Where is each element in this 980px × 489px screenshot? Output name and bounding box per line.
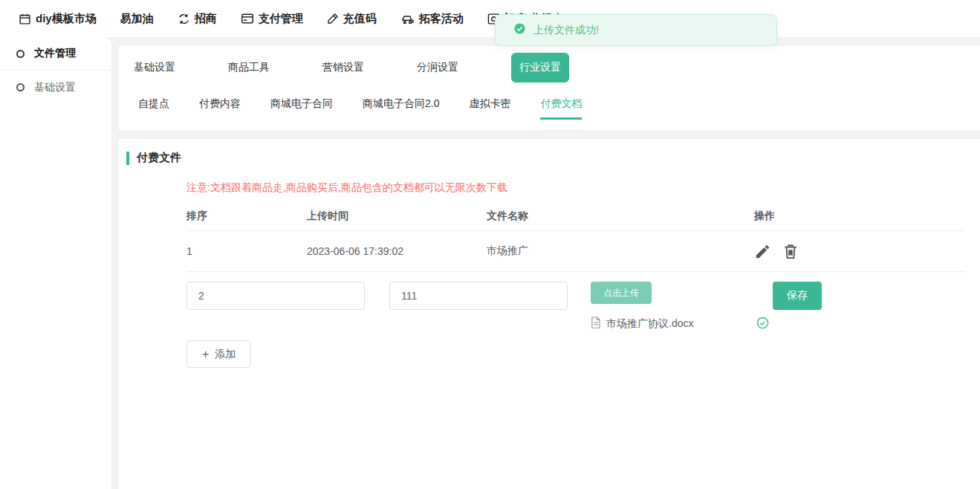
radio-circle-icon — [16, 83, 25, 91]
pen-icon — [327, 13, 339, 25]
sidebar: 文件管理 基础设置 — [0, 37, 111, 489]
uploaded-file-item[interactable]: 市场推广协议.docx — [591, 317, 693, 331]
cell-sort: 1 — [186, 245, 307, 257]
nav-label: 招商 — [195, 12, 217, 26]
subtab-pickup-point[interactable]: 自提点 — [138, 97, 169, 120]
car-icon — [400, 13, 415, 25]
tab-product-tools[interactable]: 商品工具 — [228, 61, 270, 74]
upload-button[interactable]: 点击上传 — [591, 282, 652, 304]
subtab-paid-content[interactable]: 付费内容 — [199, 97, 241, 120]
file-name-input[interactable] — [389, 282, 568, 310]
col-header-upload-time: 上传时间 — [307, 210, 487, 223]
settings-tab-panel: 基础设置 商品工具 营销设置 分润设置 行业设置 自提点 付费内容 商城电子合同… — [119, 46, 980, 130]
add-button-label: 添加 — [215, 348, 236, 361]
sub-tabs: 自提点 付费内容 商城电子合同 商城电子合同2.0 虚拟卡密 付费文档 — [119, 97, 980, 120]
tab-marketing-settings[interactable]: 营销设置 — [322, 61, 364, 74]
nav-item-diy-template-market[interactable]: diy模板市场 — [19, 12, 97, 26]
tab-industry-settings[interactable]: 行业设置 — [511, 53, 569, 82]
edit-icon[interactable] — [754, 243, 771, 260]
top-navigation: diy模板市场 易加油 招商 支付管理 充值码 拓客活动 门店-收银台 — [0, 0, 980, 37]
section-title: 付费文件 — [137, 151, 181, 165]
nav-label: 易加油 — [120, 12, 154, 26]
sidebar-item-basic-settings[interactable]: 基础设置 — [0, 71, 111, 104]
calendar-icon — [19, 13, 31, 25]
success-toast: 上传文件成功! — [495, 14, 777, 46]
toast-message: 上传文件成功! — [533, 24, 599, 37]
success-check-icon — [513, 22, 526, 38]
card-icon — [241, 13, 254, 25]
upload-success-check-icon — [756, 317, 769, 332]
nav-label: 拓客活动 — [419, 12, 464, 26]
col-header-actions: 操作 — [754, 210, 965, 223]
table-row: 1 2023-06-06 17:39:02 市场推广 — [186, 231, 965, 272]
nav-item-payment-management[interactable]: 支付管理 — [241, 12, 303, 26]
add-button[interactable]: + 添加 — [186, 340, 251, 368]
radio-circle-icon — [16, 50, 25, 58]
notice-text: 注意:文档跟着商品走,商品购买后,商品包含的文档都可以无限次数下载 — [186, 181, 507, 195]
nav-label: 充值码 — [343, 12, 377, 26]
nav-label: 支付管理 — [259, 12, 303, 26]
cell-upload-time: 2023-06-06 17:39:02 — [307, 245, 487, 257]
section-accent-bar — [126, 152, 129, 165]
subtab-paid-documents[interactable]: 付费文档 — [540, 97, 582, 120]
nav-label: diy模板市场 — [36, 12, 97, 26]
section-header: 付费文件 — [126, 151, 181, 165]
paid-files-panel: 付费文件 注意:文档跟着商品走,商品购买后,商品包含的文档都可以无限次数下载 排… — [119, 139, 980, 489]
col-header-file-name: 文件名称 — [487, 210, 754, 223]
nav-item-zhaoshang[interactable]: 招商 — [178, 12, 217, 26]
col-header-sort: 排序 — [186, 210, 307, 223]
save-button[interactable]: 保存 — [773, 282, 822, 310]
nav-item-yijiayou[interactable]: 易加油 — [120, 12, 154, 26]
delete-icon[interactable] — [782, 242, 799, 260]
subtab-virtual-card[interactable]: 虚拟卡密 — [469, 97, 510, 120]
nav-item-recharge-code[interactable]: 充值码 — [327, 12, 377, 26]
sidebar-item-file-management[interactable]: 文件管理 — [0, 37, 111, 71]
nav-item-customer-activity[interactable]: 拓客活动 — [400, 12, 464, 26]
cell-file-name: 市场推广 — [487, 244, 754, 258]
tab-profit-settings[interactable]: 分润设置 — [417, 61, 458, 74]
sidebar-item-label: 文件管理 — [34, 47, 76, 60]
subtab-mall-econtract[interactable]: 商城电子合同 — [270, 97, 333, 120]
subtab-mall-econtract-2[interactable]: 商城电子合同2.0 — [363, 97, 439, 120]
table-header-row: 排序 上传时间 文件名称 操作 — [186, 201, 965, 231]
main-tabs: 基础设置 商品工具 营销设置 分润设置 行业设置 — [119, 54, 980, 82]
row-actions — [754, 242, 965, 260]
uploaded-file-name: 市场推广协议.docx — [606, 317, 693, 331]
plus-icon: + — [202, 348, 209, 361]
tab-basic-settings[interactable]: 基础设置 — [134, 61, 175, 74]
recycle-icon — [178, 13, 190, 25]
sort-input[interactable] — [186, 282, 365, 310]
files-table: 排序 上传时间 文件名称 操作 1 2023-06-06 17:39:02 市场… — [186, 201, 965, 272]
sidebar-item-label: 基础设置 — [34, 81, 76, 94]
document-icon — [591, 317, 601, 331]
